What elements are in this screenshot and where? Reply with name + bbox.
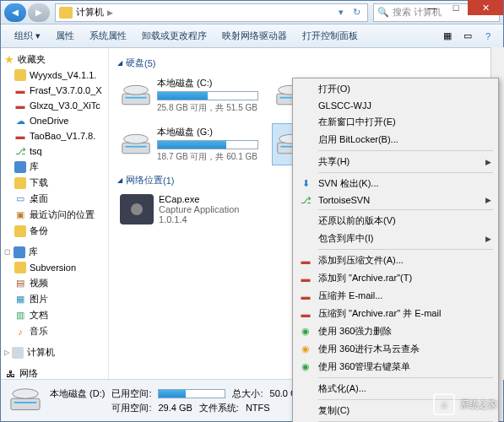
toolbar-item-4[interactable]: 映射网络驱动器	[215, 26, 294, 46]
sidebar-item-label: 下载	[30, 176, 48, 189]
close-button[interactable]: ✕	[468, 0, 503, 15]
drive-item[interactable]: 本地磁盘 (C:)25.8 GB 可用，共 51.5 GB	[117, 74, 265, 116]
sidebar-item-label: 文档	[30, 309, 48, 322]
status-fs: NTFS	[246, 403, 270, 413]
library-icon	[14, 246, 25, 258]
view-icon[interactable]: ▦	[439, 28, 456, 45]
minimize-button[interactable]: —	[420, 0, 444, 15]
toolbar-item-1[interactable]: 属性	[49, 26, 81, 46]
context-menu-item[interactable]: ▬添加到压缩文件(A)...	[295, 252, 496, 269]
drive-free-text: 25.8 GB 可用，共 51.5 GB	[157, 102, 263, 114]
sidebar-item[interactable]: ♪音乐	[1, 323, 108, 339]
menu-separator	[318, 209, 493, 210]
360y-icon: ◉	[299, 343, 312, 356]
status-free: 29.4 GB	[158, 403, 192, 413]
sidebar-item[interactable]: ▭桌面	[1, 191, 108, 207]
drive-name: 本地磁盘 (G:)	[157, 126, 263, 138]
context-menu-item[interactable]: GLSCC-WJJ	[295, 98, 496, 113]
preview-icon[interactable]: ▭	[459, 28, 476, 45]
sidebar-item-label: tsq	[30, 146, 42, 156]
address-root: 计算机	[76, 6, 104, 19]
menu-item-label: 打开(O)	[318, 83, 350, 95]
hdd-count: (5)	[144, 58, 155, 68]
favorites-label: 收藏夹	[18, 53, 46, 66]
sidebar: ★ 收藏夹 Wyyxds_V4.1.1.▬Frasf_V3.7.0.0_X▬Gl…	[1, 48, 109, 379]
sidebar-item[interactable]: Wyyxds_V4.1.1.	[1, 68, 108, 83]
context-menu-item[interactable]: 打开(O)	[295, 80, 496, 98]
drive-icon	[120, 82, 152, 109]
submenu-arrow-icon: ▶	[485, 196, 491, 204]
sidebar-item[interactable]: ▬TaoBao_V1.7.8.	[1, 128, 108, 143]
context-menu-item[interactable]: ◉使用 360进行木马云查杀	[295, 340, 496, 358]
sidebar-computer-header[interactable]: ▷ 计算机	[1, 344, 108, 360]
context-menu-item[interactable]: 启用 BitLocker(B)...	[295, 131, 496, 149]
dropdown-icon[interactable]: ▾	[333, 5, 349, 20]
sidebar-item-label: OneDrive	[30, 116, 68, 126]
nav-forward-button[interactable]: ►	[28, 3, 50, 22]
menu-item-label: 使用 360进行木马云查杀	[318, 343, 420, 355]
sidebar-item-label: 库	[30, 160, 39, 173]
sidebar-item[interactable]: ▬Frasf_V3.7.0.0_X	[1, 83, 108, 98]
status-free-label: 可用空间:	[111, 402, 151, 414]
rar-icon: ▬	[299, 254, 312, 268]
sidebar-item[interactable]: ▬Glxzq_V3.0_XiTc	[1, 98, 108, 113]
maximize-button[interactable]: □	[444, 0, 468, 15]
refresh-icon[interactable]: ↻	[349, 5, 364, 20]
status-fs-label: 文件系统:	[199, 402, 239, 414]
sidebar-item[interactable]: 库	[1, 159, 108, 175]
toolbar-item-3[interactable]: 卸载或更改程序	[135, 26, 214, 46]
context-menu-item[interactable]: ▬压缩并 E-mail...	[295, 287, 496, 305]
sidebar-item-label: Glxzq_V3.0_XiTc	[30, 100, 100, 111]
computer-label: 计算机	[27, 346, 55, 359]
toolbar-item-2[interactable]: 系统属性	[83, 26, 133, 46]
context-menu-item[interactable]: ◉使用 360管理右键菜单	[295, 358, 496, 376]
sidebar-item[interactable]: ▣最近访问的位置	[1, 207, 108, 223]
context-menu-item[interactable]: ◉使用 360强力删除	[295, 322, 496, 340]
usage-bar	[158, 389, 225, 398]
sidebar-library-header[interactable]: ▢ 库	[1, 244, 108, 260]
context-menu-item[interactable]: 包含到库中(I)▶	[295, 230, 496, 247]
sidebar-item[interactable]: ☁OneDrive	[1, 113, 108, 128]
360-icon: ◉	[299, 360, 312, 374]
sidebar-favorites-header[interactable]: ★ 收藏夹	[1, 51, 108, 68]
svg-rect-1	[125, 97, 146, 99]
sidebar-item[interactable]: 下载	[1, 175, 108, 191]
menu-separator	[318, 377, 493, 378]
sidebar-item-label: 备份	[30, 225, 48, 237]
menu-item-label: 压缩到 "Archive.rar" 并 E-mail	[318, 307, 441, 320]
sidebar-item[interactable]: Subversion	[1, 260, 108, 275]
svg-rect-0	[122, 94, 149, 105]
sidebar-item[interactable]: ▥文档	[1, 307, 108, 323]
help-icon[interactable]: ?	[480, 28, 496, 45]
toolbar-item-0[interactable]: 组织 ▾	[8, 26, 47, 46]
sidebar-item[interactable]: ▤视频	[1, 275, 108, 291]
context-menu-item[interactable]: ⎇TortoiseSVN▶	[295, 192, 496, 208]
watermark: ⌂ 系统之家	[433, 393, 497, 415]
computer-icon	[12, 347, 24, 359]
toolbar-item-5[interactable]: 打开控制面板	[295, 26, 365, 46]
chevron-right-icon: ▶	[107, 8, 113, 17]
sidebar-item[interactable]: ⎇tsq	[1, 143, 108, 159]
context-menu-item[interactable]: ▬添加到 "Archive.rar"(T)	[295, 269, 496, 287]
hdd-section-header[interactable]: ◢ 硬盘 (5)	[117, 57, 495, 69]
expand-icon: ▷	[4, 349, 9, 356]
address-bar[interactable]: 计算机 ▶ ▾ ↻	[55, 3, 368, 22]
context-menu-item[interactable]: ⬇SVN 检出(K)...	[295, 175, 496, 192]
menu-item-label: 使用 360强力删除	[318, 325, 392, 338]
360-icon: ◉	[299, 325, 312, 338]
context-menu-item[interactable]: 还原以前的版本(V)	[295, 212, 496, 230]
context-menu-item[interactable]: ▬压缩到 "Archive.rar" 并 E-mail	[295, 305, 496, 322]
sidebar-item[interactable]: 备份	[1, 223, 108, 239]
menu-separator	[318, 172, 493, 173]
context-menu-item[interactable]: 共享(H)▶	[295, 153, 496, 170]
sidebar-network-header[interactable]: 🖧 网络	[1, 365, 108, 379]
menu-item-label: TortoiseSVN	[318, 195, 370, 205]
watermark-logo-icon: ⌂	[433, 393, 455, 415]
drive-item[interactable]: 本地磁盘 (G:)18.7 GB 可用，共 60.1 GB	[117, 123, 265, 165]
sidebar-item[interactable]: ▦图片	[1, 291, 108, 307]
svn-green-icon: ⎇	[299, 193, 312, 207]
nav-back-button[interactable]: ◄	[4, 3, 26, 22]
context-menu-item[interactable]: 在新窗口中打开(E)	[295, 113, 496, 131]
svg-rect-13	[14, 401, 37, 403]
svg-rect-12	[11, 398, 40, 409]
